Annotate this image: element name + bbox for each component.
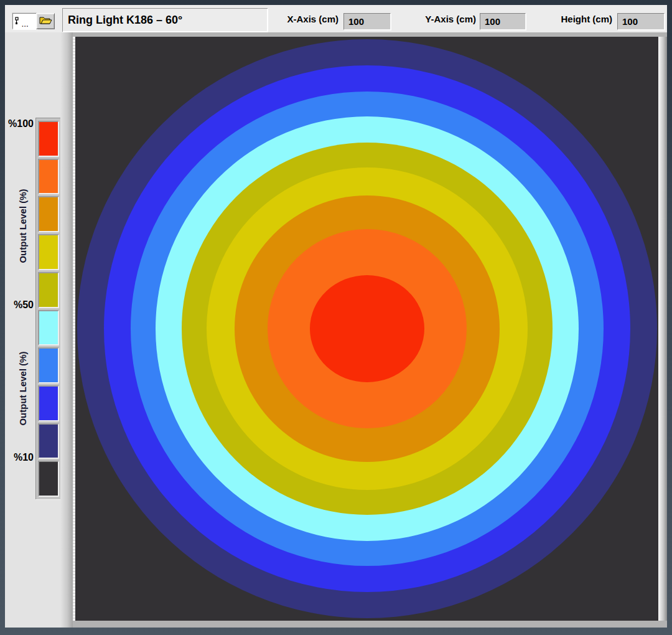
plot-shadow [60,32,73,628]
path-control-value: ... [22,22,29,27]
intensity-rings [75,37,658,621]
legend-swatch-9 [38,461,59,497]
ring-90pct [310,275,424,382]
height-label: Height (cm) [551,5,612,32]
legend-swatch-8 [38,423,59,459]
main-panel: %100 %50 %10 Output Level (%) Output Lev… [5,32,667,628]
legend-swatch-4 [38,272,59,308]
legend-tick-50: %50 [5,299,34,311]
y-axis-field[interactable]: 100 [480,13,526,30]
legend-swatch-7 [38,385,59,421]
open-folder-icon [39,16,52,27]
x-axis-field[interactable]: 100 [343,13,391,30]
x-axis-label: X-Axis (cm) [276,5,338,32]
color-scale-legend [35,118,62,500]
connector-icon [15,16,21,27]
open-file-button[interactable] [36,13,55,29]
legend-swatch-0 [38,121,59,157]
fixture-title-box[interactable]: Ring Light K186 – 60° [62,8,268,32]
toolbar: ... Ring Light K186 – 60° X-Axis (cm) 10… [5,5,667,32]
legend-swatch-3 [38,234,59,270]
y-axis-label: Y-Axis (cm) [413,5,476,32]
path-control[interactable]: ... [12,13,37,29]
height-field[interactable]: 100 [617,13,665,30]
legend-swatch-2 [38,196,59,232]
legend-swatch-6 [38,347,59,383]
legend-swatch-1 [38,159,59,195]
legend-axis-title-upper: Output Level (%) [17,158,30,294]
intensity-graph-frame [73,32,667,628]
legend-swatch-5 [38,310,59,346]
app-window: ... Ring Light K186 – 60° X-Axis (cm) 10… [5,5,667,628]
legend-tick-100: %100 [5,118,34,130]
fixture-title: Ring Light K186 – 60° [68,14,182,27]
legend-axis-title-lower: Output Level (%) [17,320,30,457]
graph-border-right [658,37,667,621]
intensity-plot [75,37,658,621]
